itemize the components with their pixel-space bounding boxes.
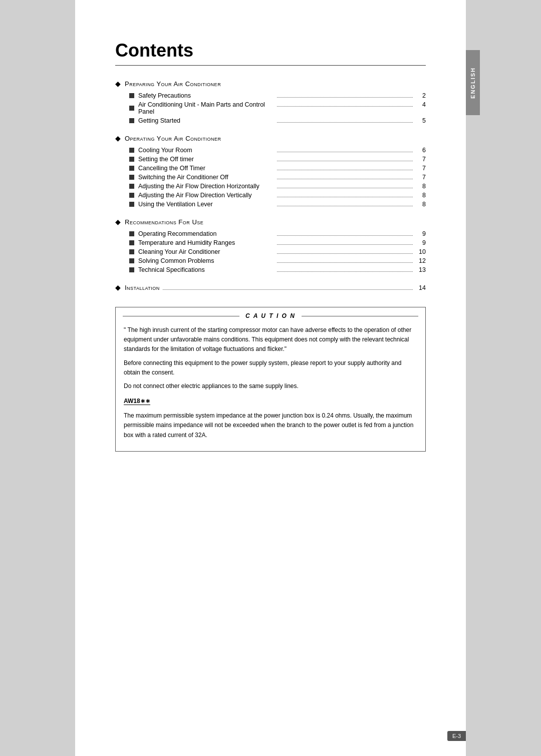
section-diamond-4: ◆: [115, 283, 121, 292]
bullet-13: [129, 249, 134, 254]
page-number: E-3: [452, 733, 461, 739]
section-diamond-3: ◆: [115, 218, 121, 226]
toc-text-operating-rec: Operating Recommendation: [138, 230, 274, 237]
toc-item-tech-specs: Technical Specifications 13: [115, 266, 426, 273]
toc-text-switching-off: Switching the Air Conditioner Off: [138, 174, 274, 181]
toc-item-temp-humidity: Temperature and Humidity Ranges 9: [115, 239, 426, 246]
toc-text-cooling: Cooling Your Room: [138, 147, 274, 154]
page-getting-started: 5: [416, 117, 426, 124]
main-page: ENGLISH E-3 Contents ◆ Preparing Your Ai…: [75, 0, 466, 756]
installation-row: ◆ Installation 14: [115, 283, 426, 292]
toc-item-solving-problems: Solving Common Problems 12: [115, 257, 426, 264]
page-airflow-v: 8: [416, 192, 426, 199]
caution-title: C A U T I O N: [245, 312, 296, 319]
toc-item-parts: Air Conditioning Unit - Main Parts and C…: [115, 101, 426, 115]
toc-text-off-timer: Setting the Off timer: [138, 156, 274, 163]
section-recommendations-header: ◆ Recommendations For Use: [115, 218, 426, 226]
section-preparing-title: Preparing Your Air Conditioner: [125, 80, 221, 88]
page-temp-humidity: 9: [416, 239, 426, 246]
dots-installation: [163, 289, 413, 290]
caution-model-section: AW18∗∗ The maximum permissible system im…: [124, 396, 417, 440]
page-installation: 14: [416, 284, 426, 291]
caution-paragraph-1: " The high inrush current of the startin…: [124, 325, 417, 354]
bullet-6: [129, 166, 134, 171]
page-operating-rec: 9: [416, 230, 426, 237]
toc-text-temp-humidity: Temperature and Humidity Ranges: [138, 239, 274, 246]
bullet-3: [129, 118, 134, 123]
toc-text-parts: Air Conditioning Unit - Main Parts and C…: [138, 101, 274, 115]
page-number-badge: E-3: [447, 731, 466, 741]
caution-model-paragraph: The maximum permissible system impedance…: [124, 411, 417, 440]
dots-13: [277, 253, 413, 254]
caution-header: C A U T I O N: [116, 312, 425, 319]
dots-7: [277, 179, 413, 179]
section-operating-header: ◆ Operating Your Air Conditioner: [115, 134, 426, 143]
section-operating-title: Operating Your Air Conditioner: [125, 135, 221, 142]
page-cooling: 6: [416, 147, 426, 154]
dots-2: [277, 106, 413, 107]
page-switching-off: 7: [416, 174, 426, 181]
page-solving-problems: 12: [416, 257, 426, 264]
toc-item-ventilation: Using the Ventilation Lever 8: [115, 201, 426, 208]
bullet-7: [129, 175, 134, 180]
page-ventilation: 8: [416, 201, 426, 208]
dots-3: [277, 122, 413, 123]
toc-item-operating-rec: Operating Recommendation 9: [115, 230, 426, 237]
dots-11: [277, 235, 413, 236]
toc-text-safety: Safety Precautions: [138, 92, 274, 99]
dots-14: [277, 262, 413, 263]
toc-item-cancel-timer: Cancelling the Off Timer 7: [115, 165, 426, 172]
page-cancel-timer: 7: [416, 165, 426, 172]
bullet-11: [129, 231, 134, 236]
toc-text-cancel-timer: Cancelling the Off Timer: [138, 165, 274, 172]
bullet-2: [129, 106, 134, 111]
language-label: ENGLISH: [470, 67, 476, 99]
caution-content: " The high inrush current of the startin…: [116, 319, 425, 451]
page-title: Contents: [115, 40, 426, 66]
toc-item-off-timer: Setting the Off timer 7: [115, 156, 426, 163]
section-diamond-1: ◆: [115, 80, 121, 88]
toc-item-airflow-h: Adjusting the Air Flow Direction Horizon…: [115, 183, 426, 190]
dots-12: [277, 244, 413, 245]
dots-8: [277, 188, 413, 188]
caution-line-left: [123, 316, 239, 316]
dots-10: [277, 206, 413, 206]
dots-6: [277, 170, 413, 170]
page-cleaning: 10: [416, 248, 426, 255]
page-airflow-h: 8: [416, 183, 426, 190]
toc-item-cleaning: Cleaning Your Air Conditioner 10: [115, 248, 426, 255]
installation-title: Installation: [125, 284, 160, 291]
dots-5: [277, 161, 413, 161]
bullet-10: [129, 202, 134, 207]
dots-4: [277, 152, 413, 152]
toc-text-airflow-h: Adjusting the Air Flow Direction Horizon…: [138, 183, 274, 190]
toc-item-switching-off: Switching the Air Conditioner Off 7: [115, 174, 426, 181]
caution-box: C A U T I O N " The high inrush current …: [115, 307, 426, 452]
toc-text-tech-specs: Technical Specifications: [138, 266, 274, 273]
section-preparing-header: ◆ Preparing Your Air Conditioner: [115, 80, 426, 88]
page-off-timer: 7: [416, 156, 426, 163]
toc-item-getting-started: Getting Started 5: [115, 117, 426, 124]
bullet-12: [129, 240, 134, 245]
page-parts: 4: [416, 101, 426, 108]
page-wrapper: ENGLISH E-3 Contents ◆ Preparing Your Ai…: [0, 0, 541, 756]
dots-15: [277, 271, 413, 272]
toc-container: ◆ Preparing Your Air Conditioner Safety …: [115, 80, 426, 292]
bullet-5: [129, 157, 134, 162]
bullet-14: [129, 258, 134, 263]
section-recommendations-title: Recommendations For Use: [125, 218, 203, 226]
caution-line-right: [302, 316, 418, 316]
toc-text-cleaning: Cleaning Your Air Conditioner: [138, 248, 274, 255]
bullet-15: [129, 267, 134, 272]
toc-text-airflow-v: Adjusting the Air Flow Direction Vertica…: [138, 192, 274, 199]
toc-text-solving-problems: Solving Common Problems: [138, 257, 274, 264]
toc-text-getting-started: Getting Started: [138, 117, 274, 124]
page-safety: 2: [416, 92, 426, 99]
caution-model-label: AW18∗∗: [124, 398, 150, 405]
caution-paragraph-3: Do not connect other electric appliances…: [124, 382, 417, 391]
toc-item-airflow-v: Adjusting the Air Flow Direction Vertica…: [115, 192, 426, 199]
language-tab: ENGLISH: [466, 50, 480, 115]
bullet-1: [129, 93, 134, 98]
toc-text-ventilation: Using the Ventilation Lever: [138, 201, 274, 208]
bullet-9: [129, 193, 134, 198]
